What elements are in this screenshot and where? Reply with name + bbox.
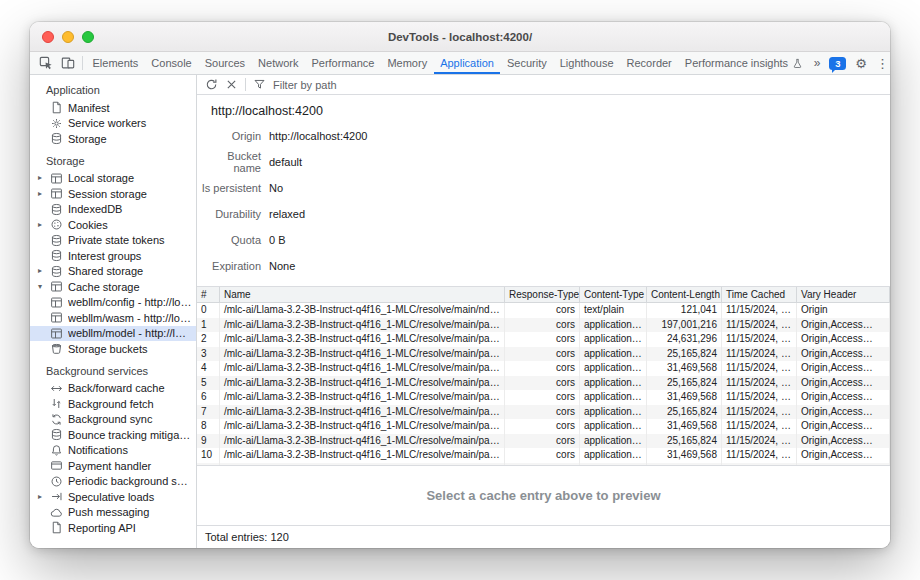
tab-performance[interactable]: Performance xyxy=(305,52,381,74)
cell-time-cached: 11/15/2024, 10… xyxy=(722,303,797,318)
cell-time-cached: 11/15/2024, 10… xyxy=(722,434,797,449)
table-row[interactable]: 1 /mlc-ai/Llama-3.2-3B-Instruct-q4f16_1-… xyxy=(197,318,890,333)
cell-name: /mlc-ai/Llama-3.2-3B-Instruct-q4f16_1-ML… xyxy=(220,419,505,434)
tab-application[interactable]: Application xyxy=(434,52,501,74)
delete-selected-icon[interactable] xyxy=(225,78,238,91)
column-header-time-cached[interactable]: Time Cached xyxy=(722,287,797,302)
inspect-cursor-icon xyxy=(39,56,53,70)
zoom-button[interactable] xyxy=(82,31,94,43)
tab-elements[interactable]: Elements xyxy=(86,52,145,74)
sidebar-item-session-storage[interactable]: ▸Session storage xyxy=(30,186,196,202)
disclosure-arrow-icon[interactable]: ▸ xyxy=(38,221,50,229)
cell-content-length: 31,469,568 xyxy=(647,390,722,405)
device-toolbar-icon[interactable] xyxy=(57,52,79,74)
issues-badge[interactable]: 3 xyxy=(829,57,846,70)
sidebar-item-periodic-background-sync[interactable]: Periodic background sync xyxy=(30,474,196,490)
sidebar-item-shared-storage[interactable]: ▸Shared storage xyxy=(30,264,196,280)
cell-response-type: cors xyxy=(505,434,580,449)
tab-network[interactable]: Network xyxy=(252,52,305,74)
sidebar-item-cookies[interactable]: ▸Cookies xyxy=(30,217,196,233)
sidebar-item-label: Local storage xyxy=(68,172,138,184)
detail-value: 0 B xyxy=(269,234,286,246)
sidebar-item-webllm-config[interactable]: webllm/config - http://loca… xyxy=(30,295,196,311)
tab-console[interactable]: Console xyxy=(145,52,198,74)
tab-label: Recorder xyxy=(627,57,672,69)
sidebar-item-manifest[interactable]: Manifest xyxy=(30,100,196,116)
table-row[interactable]: 3 /mlc-ai/Llama-3.2-3B-Instruct-q4f16_1-… xyxy=(197,347,890,362)
sidebar-item-reporting-api[interactable]: Reporting API xyxy=(30,520,196,536)
sidebar-item-service-workers[interactable]: Service workers xyxy=(30,116,196,132)
sidebar-item-label: Periodic background sync xyxy=(68,475,196,487)
column-header-name[interactable]: Name xyxy=(220,287,505,302)
sidebar-item-private-state-tokens[interactable]: Private state tokens xyxy=(30,233,196,249)
more-tabs-icon[interactable]: » xyxy=(814,57,821,69)
table-row[interactable]: 4 /mlc-ai/Llama-3.2-3B-Instruct-q4f16_1-… xyxy=(197,361,890,376)
tab-memory[interactable]: Memory xyxy=(381,52,434,74)
sidebar-item-local-storage[interactable]: ▸Local storage xyxy=(30,171,196,187)
filter-input[interactable] xyxy=(273,79,443,91)
sidebar-item-webllm-model[interactable]: webllm/model - http://loca… xyxy=(30,326,196,342)
tab-security[interactable]: Security xyxy=(500,52,553,74)
settings-gear-icon[interactable]: ⚙ xyxy=(855,57,867,70)
detail-value: default xyxy=(269,156,302,168)
sidebar-item-storage[interactable]: Storage xyxy=(30,131,196,147)
detail-label: Is persistent xyxy=(197,182,261,194)
cell-vary-header: Origin,Access… xyxy=(797,419,890,434)
database-icon xyxy=(50,249,63,262)
table-row[interactable]: 7 /mlc-ai/Llama-3.2-3B-Instruct-q4f16_1-… xyxy=(197,405,890,420)
column-header-content-type[interactable]: Content-Type xyxy=(580,287,647,302)
sidebar-item-indexeddb[interactable]: IndexedDB xyxy=(30,202,196,218)
tab-label: Security xyxy=(507,57,547,69)
table-row[interactable]: 2 /mlc-ai/Llama-3.2-3B-Instruct-q4f16_1-… xyxy=(197,332,890,347)
column-header-content-length[interactable]: Content-Length xyxy=(647,287,722,302)
tabbar-right-icons: » 3 ⚙ ⋮ xyxy=(810,52,890,74)
table-row[interactable]: 5 /mlc-ai/Llama-3.2-3B-Instruct-q4f16_1-… xyxy=(197,376,890,391)
tab-recorder[interactable]: Recorder xyxy=(620,52,678,74)
kebab-menu-icon[interactable]: ⋮ xyxy=(876,57,889,70)
sidebar-item-back-forward-cache[interactable]: Back/forward cache xyxy=(30,381,196,397)
disclosure-arrow-icon[interactable]: ▸ xyxy=(38,493,50,501)
disclosure-arrow-icon[interactable]: ▸ xyxy=(38,190,50,198)
sidebar-item-background-fetch[interactable]: Background fetch xyxy=(30,396,196,412)
cell-content-length: 31,469,568 xyxy=(647,361,722,376)
disclosure-arrow-icon[interactable]: ▾ xyxy=(38,283,50,291)
tab-lighthouse[interactable]: Lighthouse xyxy=(553,52,620,74)
table-row[interactable]: 0 /mlc-ai/Llama-3.2-3B-Instruct-q4f16_1-… xyxy=(197,303,890,318)
column-header-vary-header[interactable]: Vary Header xyxy=(797,287,890,302)
inspect-element-icon[interactable] xyxy=(35,52,57,74)
sidebar-item-bounce-tracking-mitigations[interactable]: Bounce tracking mitigations xyxy=(30,427,196,443)
sidebar-item-notifications[interactable]: Notifications xyxy=(30,443,196,459)
sidebar-item-interest-groups[interactable]: Interest groups xyxy=(30,248,196,264)
cell-vary-header: Origin,Access… xyxy=(797,376,890,391)
sidebar-item-speculative-loads[interactable]: ▸Speculative loads xyxy=(30,489,196,505)
table-row[interactable]: 10 /mlc-ai/Llama-3.2-3B-Instruct-q4f16_1… xyxy=(197,448,890,463)
table-row[interactable]: 6 /mlc-ai/Llama-3.2-3B-Instruct-q4f16_1-… xyxy=(197,390,890,405)
sidebar-item-cache-storage[interactable]: ▾Cache storage xyxy=(30,279,196,295)
sidebar-item-background-sync[interactable]: Background sync xyxy=(30,412,196,428)
disclosure-arrow-icon[interactable]: ▸ xyxy=(38,267,50,275)
close-button[interactable] xyxy=(42,31,54,43)
minimize-button[interactable] xyxy=(62,31,74,43)
table-header-row: # Name Response-Type Content-Type Conten… xyxy=(197,287,890,303)
cell-response-type: cors xyxy=(505,318,580,333)
sidebar-item-label: Cache storage xyxy=(68,281,144,293)
refresh-icon[interactable] xyxy=(205,78,218,91)
table-row[interactable]: 8 /mlc-ai/Llama-3.2-3B-Instruct-q4f16_1-… xyxy=(197,419,890,434)
column-header-response-type[interactable]: Response-Type xyxy=(505,287,580,302)
tab-performance-insights[interactable]: Performance insights xyxy=(678,52,809,74)
tab-sources[interactable]: Sources xyxy=(198,52,251,74)
titlebar: DevTools - localhost:4200/ xyxy=(30,22,890,52)
sidebar-item-label: Bounce tracking mitigations xyxy=(68,429,196,441)
disclosure-arrow-icon[interactable]: ▸ xyxy=(38,174,50,182)
sidebar-item-payment-handler[interactable]: Payment handler xyxy=(30,458,196,474)
sidebar-item-push-messaging[interactable]: Push messaging xyxy=(30,505,196,521)
sidebar-item-webllm-wasm[interactable]: webllm/wasm - http://loca… xyxy=(30,310,196,326)
sidebar-item-label: Notifications xyxy=(68,444,132,456)
table-icon xyxy=(50,172,63,185)
table-row[interactable]: 9 /mlc-ai/Llama-3.2-3B-Instruct-q4f16_1-… xyxy=(197,434,890,449)
origin-title: http://localhost:4200 xyxy=(197,95,890,121)
bucket-icon xyxy=(50,342,63,355)
cell-name: /mlc-ai/Llama-3.2-3B-Instruct-q4f16_1-ML… xyxy=(220,376,505,391)
sidebar-item-storage-buckets[interactable]: Storage buckets xyxy=(30,341,196,357)
column-header-index[interactable]: # xyxy=(197,287,220,302)
